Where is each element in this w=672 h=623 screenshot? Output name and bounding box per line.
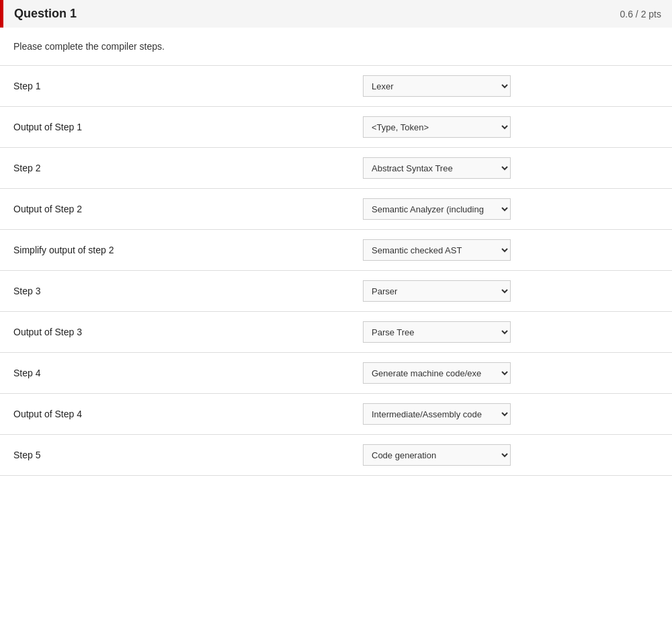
row-label: Step 4 bbox=[13, 368, 363, 378]
table-row: Output of Step 4<Type, Token>Parse TreeA… bbox=[0, 393, 672, 434]
question-header: Question 1 0.6 / 2 pts bbox=[0, 0, 672, 28]
row-label: Step 3 bbox=[13, 286, 363, 296]
table-row: Step 5LexerParserAbstract Syntax TreeSem… bbox=[0, 434, 672, 476]
row-label: Output of Step 1 bbox=[13, 122, 363, 132]
table-row: Output of Step 1<Type, Token>Parse TreeA… bbox=[0, 106, 672, 147]
compiler-steps-table: Step 1LexerParserAbstract Syntax TreeSem… bbox=[0, 65, 672, 476]
row-select-5[interactable]: <Type, Token>Parse TreeAbstract Syntax T… bbox=[363, 239, 511, 261]
table-row: Output of Step 3<Type, Token>Parse TreeA… bbox=[0, 311, 672, 352]
row-select-8[interactable]: LexerParserAbstract Syntax TreeSemantic … bbox=[363, 362, 511, 384]
question-points: 0.6 / 2 pts bbox=[620, 9, 661, 19]
row-select-7[interactable]: <Type, Token>Parse TreeAbstract Syntax T… bbox=[363, 321, 511, 343]
row-select-3[interactable]: LexerParserAbstract Syntax TreeSemantic … bbox=[363, 157, 511, 179]
table-row: Step 4LexerParserAbstract Syntax TreeSem… bbox=[0, 352, 672, 393]
row-label: Output of Step 3 bbox=[13, 327, 363, 337]
row-label: Output of Step 4 bbox=[13, 409, 363, 419]
row-label: Output of Step 2 bbox=[13, 204, 363, 214]
question-title: Question 1 bbox=[14, 7, 77, 21]
table-row: Step 1LexerParserAbstract Syntax TreeSem… bbox=[0, 65, 672, 106]
row-select-2[interactable]: <Type, Token>Parse TreeAbstract Syntax T… bbox=[363, 116, 511, 138]
row-label: Step 2 bbox=[13, 163, 363, 173]
row-label: Step 5 bbox=[13, 450, 363, 460]
row-label: Simplify output of step 2 bbox=[13, 245, 363, 255]
row-select-4[interactable]: <Type, Token>Parse TreeAbstract Syntax T… bbox=[363, 198, 511, 220]
instructions-text: Please complete the compiler steps. bbox=[0, 41, 672, 65]
row-select-1[interactable]: LexerParserAbstract Syntax TreeSemantic … bbox=[363, 75, 511, 97]
row-select-6[interactable]: LexerParserAbstract Syntax TreeSemantic … bbox=[363, 280, 511, 302]
row-label: Step 1 bbox=[13, 81, 363, 91]
row-select-9[interactable]: <Type, Token>Parse TreeAbstract Syntax T… bbox=[363, 403, 511, 425]
row-select-10[interactable]: LexerParserAbstract Syntax TreeSemantic … bbox=[363, 444, 511, 466]
table-row: Step 2LexerParserAbstract Syntax TreeSem… bbox=[0, 147, 672, 188]
table-row: Step 3LexerParserAbstract Syntax TreeSem… bbox=[0, 270, 672, 311]
table-row: Output of Step 2<Type, Token>Parse TreeA… bbox=[0, 188, 672, 229]
table-row: Simplify output of step 2<Type, Token>Pa… bbox=[0, 229, 672, 270]
